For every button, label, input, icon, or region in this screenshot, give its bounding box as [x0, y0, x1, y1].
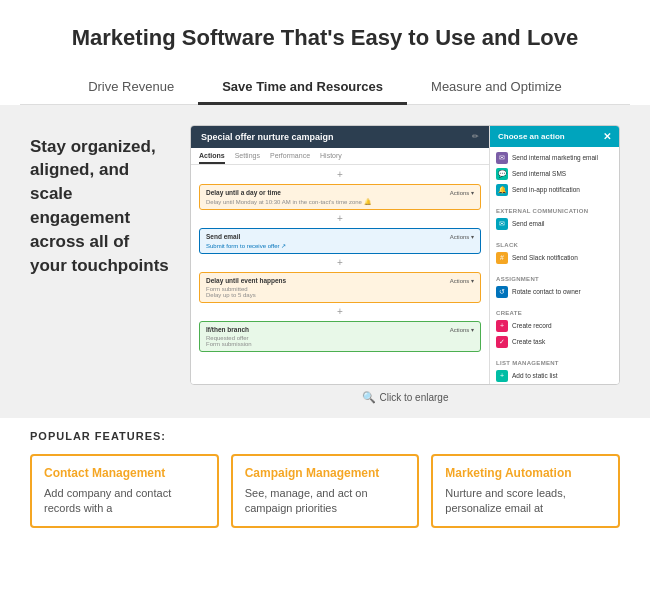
mockup-area: Special offer nurture campaign ✏ Actions…: [190, 125, 620, 408]
action-label-sms: Send internal SMS: [512, 170, 566, 177]
action-label-add-static: Add to static list: [512, 372, 558, 379]
tab-save-time[interactable]: Save Time and Resources: [198, 69, 407, 104]
left-text-content: Stay organized, aligned, and scale engag…: [30, 135, 170, 278]
search-icon: 🔍: [362, 391, 376, 404]
action-item-slack[interactable]: # Send Slack notification: [496, 250, 613, 266]
workflow-tab-history[interactable]: History: [320, 152, 342, 164]
action-item-rotate[interactable]: ↺ Rotate contact to owner: [496, 284, 613, 300]
action-item-add-static[interactable]: + Add to static list: [496, 368, 613, 384]
action-item-create-task[interactable]: ✓ Create task: [496, 334, 613, 350]
feature-card-contact[interactable]: Contact Management Add company and conta…: [30, 454, 219, 529]
feature-card-campaign[interactable]: Campaign Management See, manage, and act…: [231, 454, 420, 529]
action-panel: Choose an action ✕ ✉ Send internal marke…: [489, 126, 619, 384]
connector-2: +: [199, 214, 481, 224]
action-section-assignment: Assignment ↺ Rotate contact to owner: [490, 269, 619, 303]
action-group-internal: ✉ Send internal marketing email 💬 Send i…: [490, 147, 619, 201]
step1-actions[interactable]: Actions ▾: [450, 189, 474, 196]
feature-card-automation[interactable]: Marketing Automation Nurture and score l…: [431, 454, 620, 529]
workflow-tab-actions[interactable]: Actions: [199, 152, 225, 164]
page: Marketing Software That's Easy to Use an…: [0, 0, 650, 602]
feature-desc-contact: Add company and contact records with a: [44, 486, 205, 517]
enlarge-label[interactable]: 🔍 Click to enlarge: [190, 385, 620, 408]
edit-icon: ✏: [472, 132, 479, 141]
section-title-create: Create: [496, 310, 613, 316]
feature-title-contact: Contact Management: [44, 466, 205, 480]
action-panel-header: Choose an action ✕: [490, 126, 619, 147]
workflow-step-email: Send email Actions ▾ Submit form to rece…: [199, 228, 481, 254]
action-label-in-app: Send in-app notification: [512, 186, 580, 193]
mockup-container: Special offer nurture campaign ✏ Actions…: [190, 125, 620, 385]
step4-actions[interactable]: Actions ▾: [450, 326, 474, 333]
step3-actions[interactable]: Actions ▾: [450, 277, 474, 284]
close-icon[interactable]: ✕: [603, 131, 611, 142]
workflow-step-delay2: Delay until event happens Actions ▾ Form…: [199, 272, 481, 303]
action-label-send-email: Send email: [512, 220, 545, 227]
tabs-bar: Drive Revenue Save Time and Resources Me…: [20, 69, 630, 105]
action-label-create-record: Create record: [512, 322, 552, 329]
action-label-rotate: Rotate contact to owner: [512, 288, 581, 295]
action-icon-send-email: ✉: [496, 218, 508, 230]
action-icon-create-task: ✓: [496, 336, 508, 348]
popular-title: POPULAR FEATURES:: [30, 430, 620, 442]
workflow-body: + Delay until a day or time Actions ▾ De…: [191, 165, 489, 360]
section-title-assignment: Assignment: [496, 276, 613, 282]
workflow-step-delay1: Delay until a day or time Actions ▾ Dela…: [199, 184, 481, 210]
action-icon-add-static: +: [496, 370, 508, 382]
step2-title: Send email: [206, 233, 240, 240]
section-title-slack: Slack: [496, 242, 613, 248]
step3-desc2: Delay up to 5 days: [206, 292, 474, 298]
step3-title: Delay until event happens: [206, 277, 286, 284]
workflow-title: Special offer nurture campaign: [201, 132, 334, 142]
action-icon-marketing-email: ✉: [496, 152, 508, 164]
action-item-create-record[interactable]: + Create record: [496, 318, 613, 334]
step4-title: If/then branch: [206, 326, 249, 333]
workflow-tabs: Actions Settings Performance History: [191, 148, 489, 165]
step1-title: Delay until a day or time: [206, 189, 281, 196]
action-item-sms[interactable]: 💬 Send internal SMS: [496, 166, 613, 182]
section-title-list: List management: [496, 360, 613, 366]
connector-1: +: [199, 170, 481, 180]
workflow-header: Special offer nurture campaign ✏: [191, 126, 489, 148]
mockup-inner: Special offer nurture campaign ✏ Actions…: [191, 126, 619, 384]
action-section-slack: Slack # Send Slack notification: [490, 235, 619, 269]
step2-actions[interactable]: Actions ▾: [450, 233, 474, 240]
action-label-slack: Send Slack notification: [512, 254, 578, 261]
workflow-panel: Special offer nurture campaign ✏ Actions…: [191, 126, 489, 384]
action-item-send-email[interactable]: ✉ Send email: [496, 216, 613, 232]
action-item-marketing-email[interactable]: ✉ Send internal marketing email: [496, 150, 613, 166]
feature-desc-campaign: See, manage, and act on campaign priorit…: [245, 486, 406, 517]
action-section-create: Create + Create record ✓ Create task: [490, 303, 619, 353]
action-section-list: List management + Add to static list − R…: [490, 353, 619, 384]
feature-desc-automation: Nurture and score leads, personalize ema…: [445, 486, 606, 517]
action-icon-in-app: 🔔: [496, 184, 508, 196]
step2-link[interactable]: Submit form to receive offer ↗: [206, 242, 474, 249]
step4-desc2: Form submission: [206, 341, 474, 347]
tab-measure-optimize[interactable]: Measure and Optimize: [407, 69, 586, 104]
action-item-in-app[interactable]: 🔔 Send in-app notification: [496, 182, 613, 198]
action-icon-rotate: ↺: [496, 286, 508, 298]
features-grid: Contact Management Add company and conta…: [30, 454, 620, 529]
workflow-step-branch: If/then branch Actions ▾ Requested offer…: [199, 321, 481, 352]
action-icon-sms: 💬: [496, 168, 508, 180]
feature-title-automation: Marketing Automation: [445, 466, 606, 480]
connector-4: +: [199, 307, 481, 317]
workflow-tab-settings[interactable]: Settings: [235, 152, 260, 164]
connector-3: +: [199, 258, 481, 268]
header: Marketing Software That's Easy to Use an…: [0, 0, 650, 69]
action-label-create-task: Create task: [512, 338, 545, 345]
action-section-external: External communication ✉ Send email: [490, 201, 619, 235]
main-content: Stay organized, aligned, and scale engag…: [0, 105, 650, 418]
workflow-tab-performance[interactable]: Performance: [270, 152, 310, 164]
popular-features-section: POPULAR FEATURES: Contact Management Add…: [0, 418, 650, 545]
section-title-external: External communication: [496, 208, 613, 214]
tab-drive-revenue[interactable]: Drive Revenue: [64, 69, 198, 104]
step1-desc: Delay until Monday at 10:30 AM in the co…: [206, 198, 474, 205]
action-label-marketing-email: Send internal marketing email: [512, 154, 598, 161]
left-text-block: Stay organized, aligned, and scale engag…: [30, 125, 170, 408]
enlarge-text: Click to enlarge: [380, 392, 449, 403]
action-icon-slack: #: [496, 252, 508, 264]
feature-title-campaign: Campaign Management: [245, 466, 406, 480]
action-panel-title: Choose an action: [498, 132, 565, 141]
action-icon-create-record: +: [496, 320, 508, 332]
page-title: Marketing Software That's Easy to Use an…: [40, 24, 610, 53]
